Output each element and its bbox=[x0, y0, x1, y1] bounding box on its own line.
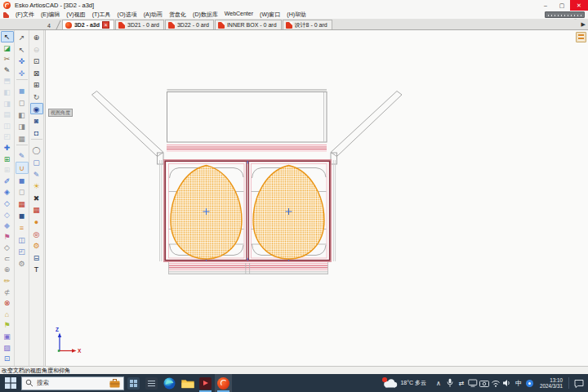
solid-op-tool-5[interactable]: ◫ bbox=[1, 120, 14, 131]
tape-tool[interactable]: ✂ bbox=[1, 53, 14, 65]
separator[interactable] bbox=[16, 145, 28, 149]
tab-3d21[interactable]: 3D21 - 0 ard × bbox=[115, 20, 164, 29]
blue-cube-tool[interactable]: ◼ bbox=[16, 174, 29, 186]
shaded-view-tool[interactable]: ◼ bbox=[16, 84, 29, 96]
zoom-window-tool[interactable]: ⊡ bbox=[30, 55, 43, 67]
select-point-tool[interactable]: ↖ bbox=[16, 43, 29, 56]
separator[interactable] bbox=[16, 79, 28, 83]
wire-box-tool-2[interactable]: ▨ bbox=[1, 342, 14, 354]
mirror-part-tool[interactable]: ◇ bbox=[1, 198, 14, 209]
delete-attachment-tool[interactable]: ⊗ bbox=[1, 297, 14, 309]
attach-add-tool[interactable]: ⊕ bbox=[1, 264, 14, 275]
red-cube-tool[interactable]: ▦ bbox=[30, 203, 43, 216]
chevron-up-icon[interactable]: ∧ bbox=[433, 376, 444, 390]
solid-op-tool-3[interactable]: ◨ bbox=[1, 98, 14, 109]
text-plus-tool[interactable]: T bbox=[30, 263, 43, 275]
tab-3d2-a3d[interactable]: 3D2 - a3d × bbox=[62, 20, 114, 29]
camera-icon[interactable] bbox=[479, 376, 490, 390]
ring-tool[interactable]: ◯ bbox=[30, 144, 43, 156]
taskbar-media-player[interactable] bbox=[197, 374, 214, 392]
menu-window[interactable]: (W)窗口 bbox=[256, 11, 283, 19]
duplicate-part-tool[interactable]: ✚ bbox=[1, 142, 14, 154]
zoom-extents-tool[interactable]: ⊠ bbox=[30, 67, 43, 79]
snapshot-tool[interactable]: ◘ bbox=[30, 127, 43, 139]
taskbar-edge[interactable] bbox=[161, 374, 178, 392]
clock[interactable]: 13:10 2024/3/31 bbox=[540, 377, 563, 390]
security-icon[interactable] bbox=[524, 376, 536, 390]
outline-diamond-tool[interactable]: ◇ bbox=[1, 242, 14, 253]
camera-view-tool[interactable]: ◙ bbox=[30, 114, 43, 127]
select-tool[interactable]: ↖ bbox=[1, 31, 14, 42]
view-angle-tool[interactable]: ◉ bbox=[30, 103, 43, 115]
gear-cubes-tool[interactable]: ⚙ bbox=[16, 257, 29, 270]
dimension-tool[interactable]: ↗ bbox=[16, 31, 29, 43]
detach-tool[interactable]: ⊄ bbox=[1, 287, 14, 298]
array-copy-tool[interactable]: ⊞ bbox=[1, 154, 14, 165]
print-3d-tool[interactable]: ⊟ bbox=[30, 252, 43, 264]
outline-view-tool[interactable]: ◨ bbox=[16, 120, 29, 132]
align-parts-tool[interactable]: ◇ bbox=[1, 209, 14, 220]
export-flag-tool[interactable]: ⚑ bbox=[1, 319, 14, 331]
menu-file[interactable]: (F)文件 bbox=[12, 11, 38, 19]
taskbar-app-dark[interactable] bbox=[143, 374, 160, 392]
document-icon[interactable] bbox=[3, 12, 9, 18]
close-button[interactable]: ✕ bbox=[570, 0, 588, 11]
small-cubes-tool[interactable]: ◫ bbox=[16, 234, 29, 246]
taskbar-app-grid[interactable] bbox=[125, 374, 142, 392]
monitor-output-tool[interactable]: ⊡ bbox=[1, 353, 14, 364]
wireframe-view-tool[interactable]: ◻ bbox=[16, 96, 29, 109]
solid-op-tool-1[interactable]: ⬒ bbox=[1, 75, 14, 87]
crease-tool[interactable]: ✎ bbox=[1, 65, 14, 76]
move-tool[interactable]: ✜ bbox=[16, 55, 29, 67]
tab-scroll-right-icon[interactable]: ▶ bbox=[581, 21, 588, 28]
orange-ball-tool[interactable]: ● bbox=[30, 216, 43, 228]
mesh-view-tool[interactable]: ▦ bbox=[16, 132, 29, 145]
zoom-in-tool[interactable]: ⊕ bbox=[30, 31, 43, 43]
menu-palletization[interactable]: 货盘化 bbox=[166, 11, 189, 19]
sync-arrows-icon[interactable]: ⇄ bbox=[456, 376, 467, 390]
x-ray-tool[interactable]: ✖ bbox=[30, 192, 43, 204]
solid-op-tool-4[interactable]: ▤ bbox=[1, 109, 14, 120]
white-cube-tool[interactable]: ◻ bbox=[16, 185, 29, 198]
menu-view[interactable]: (V)视图 bbox=[63, 11, 88, 19]
edit-3d-tool[interactable]: ✎ bbox=[30, 168, 43, 180]
red-wire-cube-tool[interactable]: ▦ bbox=[16, 198, 29, 210]
plane-tool[interactable]: ▢ bbox=[30, 156, 43, 168]
pan-tool[interactable]: ⊞ bbox=[30, 78, 43, 91]
drawing-canvas[interactable]: Z X 视图角度 bbox=[45, 30, 588, 366]
hidden-line-view-tool[interactable]: ◧ bbox=[16, 109, 29, 121]
taskbar-file-explorer[interactable] bbox=[179, 374, 196, 392]
table-lamp-tool[interactable]: ⌂ bbox=[1, 309, 14, 320]
menu-tools[interactable]: (T)工具 bbox=[89, 11, 114, 19]
fold-insert-tool[interactable]: ∪ bbox=[16, 162, 29, 174]
layers-tool[interactable]: ≡ bbox=[16, 221, 29, 234]
grid-tool[interactable]: ⊞ bbox=[1, 164, 14, 176]
maximize-button[interactable]: ▢ bbox=[554, 0, 570, 11]
search-input[interactable]: 搜索 bbox=[21, 376, 124, 390]
tab-inner-box[interactable]: INNER BOX - 0 ard × bbox=[215, 20, 282, 29]
volume-icon[interactable] bbox=[501, 376, 513, 390]
separator[interactable] bbox=[31, 139, 42, 143]
ime-language-indicator[interactable]: 中 bbox=[513, 376, 524, 390]
minimize-button[interactable]: – bbox=[537, 0, 554, 11]
network-wifi-icon[interactable] bbox=[490, 376, 501, 390]
edit-solid-tool[interactable]: ✎ bbox=[16, 149, 29, 162]
solid-cube-tool[interactable]: ◼ bbox=[16, 209, 29, 221]
start-button[interactable] bbox=[0, 374, 21, 392]
fold-angle-tool[interactable]: ◪ bbox=[1, 42, 14, 54]
attach-tool[interactable]: ⊂ bbox=[1, 253, 14, 265]
solid-op-tool-2[interactable]: ◧ bbox=[1, 87, 14, 98]
close-tab-icon[interactable]: × bbox=[102, 21, 109, 29]
display-icon[interactable] bbox=[467, 376, 479, 390]
taskbar-artioscad[interactable] bbox=[215, 374, 232, 392]
wire-box-tool-1[interactable]: ▣ bbox=[1, 331, 14, 342]
annotate-tool[interactable]: ✏ bbox=[1, 275, 14, 287]
side-panel-toggle-icon[interactable] bbox=[576, 32, 586, 42]
edit-outline-tool[interactable]: ✐ bbox=[1, 176, 14, 187]
light-source-tool[interactable]: ☀ bbox=[30, 180, 43, 192]
gears-tool[interactable]: ⚙ bbox=[30, 239, 43, 252]
menu-webcenter[interactable]: WebCenter bbox=[221, 11, 256, 19]
cubes-add-tool[interactable]: ◰ bbox=[16, 245, 29, 257]
zoom-out-tool[interactable]: ⊖ bbox=[30, 43, 43, 56]
target-tool[interactable]: ◎ bbox=[30, 228, 43, 240]
